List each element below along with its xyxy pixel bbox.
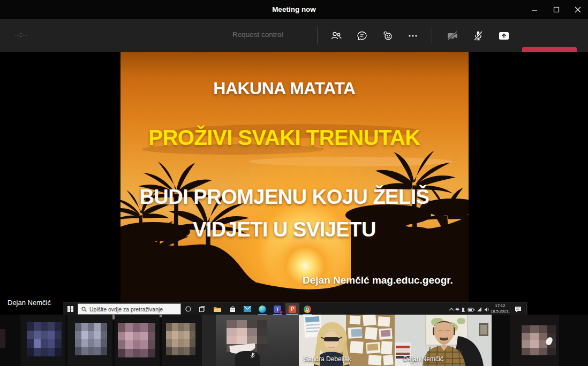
volume-icon (485, 307, 487, 311)
participant-video-blurred[interactable] (162, 315, 207, 366)
participant-filmstrip: Sandra Debeljak (0, 315, 588, 366)
participants-icon (330, 30, 342, 42)
chat-icon (356, 30, 368, 42)
task-view-button[interactable] (197, 303, 207, 315)
participant-video-sandra[interactable]: Sandra Debeljak (299, 315, 395, 366)
pixelated-face (27, 322, 62, 356)
powerpoint-button[interactable]: P (285, 303, 299, 315)
video-shadow (202, 315, 216, 366)
mail-icon (244, 306, 251, 312)
teams-button[interactable]: T (270, 303, 284, 315)
more-button[interactable] (402, 25, 424, 47)
taskbar-clock[interactable]: 17:12 18.5.2021. (490, 303, 510, 315)
clock-time: 17:12 (490, 303, 510, 309)
start-button[interactable] (64, 303, 76, 315)
edge-video-sliver (0, 329, 5, 348)
search-input[interactable] (89, 306, 175, 312)
more-icon (407, 30, 419, 42)
close-icon (575, 6, 581, 13)
windows-taskbar: T P (63, 302, 527, 315)
meeting-toolbar: --:-- Request control (0, 19, 588, 52)
clock-date: 18.5.2021. (490, 309, 510, 314)
minimize-button[interactable] (525, 2, 544, 17)
file-explorer-button[interactable] (210, 303, 224, 315)
presentation-slide: HAKUNA MATATA PROŽIVI SVAKI TRENUTAK BUD… (120, 52, 469, 302)
divider (432, 27, 432, 44)
participant-video-blurred[interactable] (510, 315, 559, 366)
close-button[interactable] (569, 2, 587, 17)
edge-button[interactable] (255, 303, 269, 315)
slide-title: HAKUNA MATATA (120, 79, 448, 98)
share-screen-button[interactable] (493, 25, 515, 47)
slide-author-credit: Dejan Nemčić mag.educ.geogr. (303, 274, 450, 286)
tray-icons[interactable] (448, 305, 489, 314)
mic-off-button[interactable] (468, 25, 489, 47)
presenter-name-overlay: Dejan Nemčić (7, 299, 51, 307)
shared-screen: HAKUNA MATATA PROŽIVI SVAKI TRENUTAK BUD… (0, 52, 588, 315)
mic-off-icon (472, 29, 485, 42)
window-title: Meeting now (0, 0, 588, 19)
task-view-icon (199, 306, 205, 312)
slide-subtitle-yellow: PROŽIVI SVAKI TRENUTAK (120, 126, 448, 150)
action-center-button[interactable] (512, 303, 524, 315)
participant-video-blurred[interactable] (67, 315, 112, 366)
title-bar: Meeting now (0, 0, 588, 19)
slide-quote-line-2: VIDJETI U SVIJETU (120, 218, 448, 241)
start-icon (67, 306, 73, 312)
pixelated-face (118, 323, 155, 357)
chrome-icon (304, 306, 311, 313)
cortana-button[interactable] (183, 303, 193, 315)
pixelated-face (166, 323, 195, 355)
torso-shape (235, 351, 260, 366)
participant-video-blurred[interactable] (115, 315, 160, 366)
teams-meeting-window: Meeting now --:-- Request control (0, 0, 588, 366)
participants-button[interactable] (326, 25, 347, 47)
store-icon (229, 306, 236, 312)
request-control-button[interactable]: Request control (232, 30, 283, 39)
participant-name-label: Sandra Debeljak (304, 355, 351, 363)
action-center-icon (515, 306, 522, 312)
meeting-timer: --:-- (14, 31, 28, 39)
chat-button[interactable] (351, 25, 373, 47)
pixelated-face (75, 323, 107, 355)
show-desktop-button[interactable] (526, 304, 526, 314)
participant-video-large-blurred[interactable] (202, 315, 299, 366)
participant-video-blurred[interactable] (20, 315, 65, 366)
onedrive-icon (455, 308, 459, 310)
chrome-button[interactable] (300, 303, 314, 315)
taskbar-search-box[interactable] (78, 303, 181, 315)
store-button[interactable] (225, 303, 239, 315)
chevron-up-icon (449, 308, 454, 310)
powerpoint-icon: P (289, 306, 296, 313)
maximize-icon (553, 6, 560, 13)
participant-video-dejan[interactable]: Dejan Nemčić (395, 315, 492, 366)
mail-button[interactable] (240, 303, 254, 315)
network-icon (477, 307, 481, 311)
reactions-icon (382, 30, 394, 42)
teams-icon: T (274, 306, 281, 313)
minimize-icon (531, 6, 538, 13)
camera-off-icon (446, 29, 459, 42)
device-icon (462, 308, 464, 311)
slide-quote-line-1: BUDI PROMJENU KOJU ŽELIŠ (120, 186, 448, 209)
mic-off-overlay-icon (250, 352, 255, 359)
reactions-button[interactable] (377, 25, 398, 47)
cortana-icon (185, 306, 191, 312)
system-tray (448, 303, 489, 315)
divider (317, 27, 318, 44)
search-icon (81, 307, 87, 312)
maximize-button[interactable] (547, 2, 566, 17)
file-explorer-icon (214, 306, 221, 312)
camera-off-button[interactable] (442, 25, 463, 47)
participant-name-label: Dejan Nemčić (403, 355, 443, 363)
share-screen-icon (497, 29, 510, 42)
notification-badge (279, 310, 283, 314)
edge-icon (259, 306, 266, 313)
